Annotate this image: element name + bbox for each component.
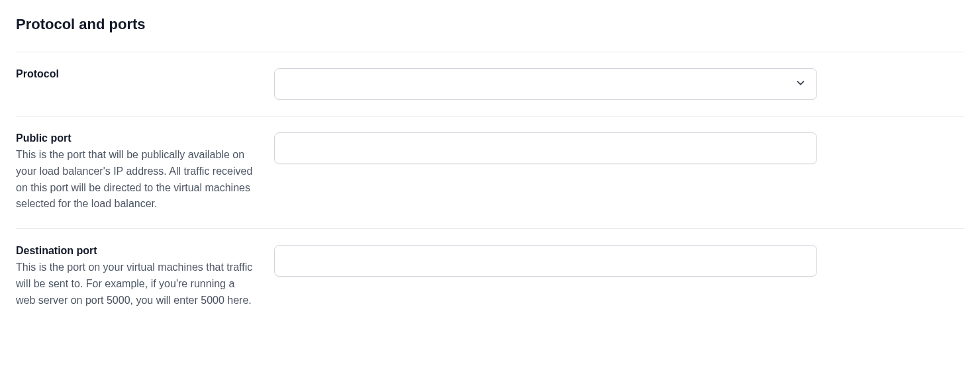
protocol-row: Protocol [16,52,964,116]
public-port-description: This is the port that will be publically… [16,147,254,212]
destination-port-label: Destination port [16,245,258,257]
protocol-label-col: Protocol [16,68,274,100]
section-title: Protocol and ports [16,16,964,33]
protocol-label: Protocol [16,68,258,80]
public-port-label: Public port [16,132,258,144]
destination-port-input[interactable] [274,245,817,277]
public-port-input[interactable] [274,132,817,164]
destination-port-input-col [274,245,817,308]
protocol-select[interactable] [274,68,817,100]
destination-port-row: Destination port This is the port on you… [16,228,964,324]
protocol-select-wrap [274,68,817,100]
public-port-row: Public port This is the port that will b… [16,116,964,228]
destination-port-description: This is the port on your virtual machine… [16,259,254,308]
public-port-label-col: Public port This is the port that will b… [16,132,274,212]
public-port-input-col [274,132,817,212]
protocol-input-col [274,68,817,100]
destination-port-label-col: Destination port This is the port on you… [16,245,274,308]
